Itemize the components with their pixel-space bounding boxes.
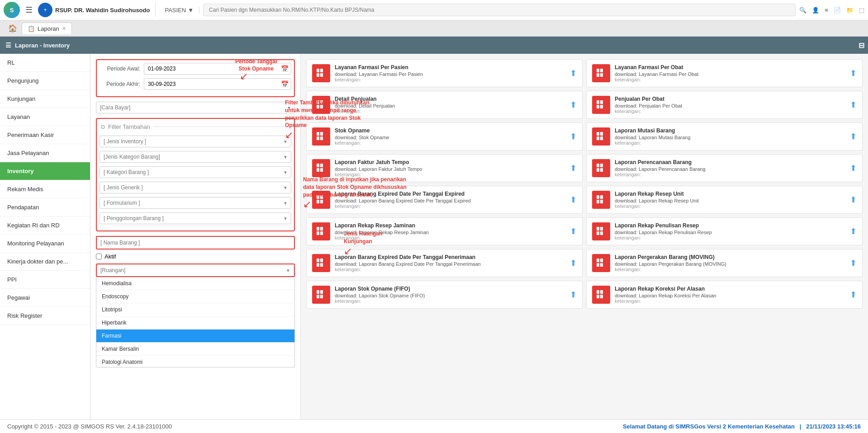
search-icon[interactable]: 🔍	[799, 7, 806, 14]
folder-icon[interactable]: 📁	[846, 7, 854, 14]
download-btn-5[interactable]: ⬆	[570, 226, 577, 236]
dropdown-item-endoscopy[interactable]: Endoscopy	[96, 290, 294, 303]
svg-rect-31	[600, 164, 603, 167]
download-btn-2[interactable]: ⬆	[570, 132, 577, 141]
dropdown-item-litotripsi[interactable]: Litotripsi	[96, 303, 294, 316]
report-keterangan-r2: keterangan:	[615, 140, 857, 146]
aktif-checkbox[interactable]	[96, 254, 102, 259]
aktif-label: Aktif	[104, 253, 116, 260]
penggolongan-select[interactable]: [ Penggolongan Barang ]	[100, 212, 291, 224]
report-icon-7	[312, 286, 330, 304]
report-keterangan-r6: keterangan:	[615, 267, 857, 272]
sidebar-item-ppi[interactable]: PPI	[0, 271, 90, 289]
sidebar-item-pengunjung[interactable]: Pengunjung	[0, 72, 90, 90]
report-icon-r6	[592, 254, 610, 272]
svg-rect-15	[600, 100, 603, 104]
svg-rect-40	[597, 200, 599, 203]
sidebar-item-layanan[interactable]: Layanan	[0, 108, 90, 126]
sidebar-item-monitoring[interactable]: Monitoring Pelayanan	[0, 235, 90, 253]
jenis-kategori-select[interactable]: [Jenis Kategori Barang]	[100, 151, 291, 163]
sidebar-item-kinerja-dokter[interactable]: Kinerja dokter dan pe...	[0, 253, 90, 271]
download-btn-1[interactable]: ⬆	[570, 100, 577, 110]
cara-bayar-select[interactable]: [Cara Bayar]	[96, 102, 295, 113]
sidebar-item-pendapatan[interactable]: Pendapatan	[0, 198, 90, 216]
download-btn-r5[interactable]: ⬆	[850, 226, 857, 236]
report-title-3: Laporan Faktur Jatuh Tempo	[335, 159, 577, 165]
report-card-perencanaan-barang: Laporan Perencanaan Barang download: Lap…	[586, 154, 863, 182]
sidebar-item-rekam-medis[interactable]: Rekam Medis	[0, 180, 90, 198]
section-header: ☰ Laporan - Inventory ⊟	[0, 37, 868, 54]
list-icon[interactable]: ≡	[825, 7, 828, 14]
download-btn-r1[interactable]: ⬆	[850, 100, 857, 110]
sidebar-item-rl[interactable]: RL	[0, 54, 90, 72]
periode-awal-input[interactable]	[144, 63, 291, 75]
tab-close-button[interactable]: ✕	[62, 26, 66, 32]
download-btn-r7[interactable]: ⬆	[850, 290, 857, 300]
nama-barang-input[interactable]	[97, 237, 294, 249]
svg-rect-56	[597, 263, 599, 267]
jenis-generik-select[interactable]: [ Jenis Generik ]	[100, 182, 291, 193]
svg-rect-32	[597, 168, 599, 172]
calendar-icon-awal[interactable]: 📅	[281, 65, 289, 72]
download-btn-6[interactable]: ⬆	[570, 258, 577, 268]
section-title: Laporan - Inventory	[15, 42, 70, 49]
dropdown-item-patologi-anatomi[interactable]: Patologi Anatomi	[96, 356, 294, 367]
svg-rect-35	[320, 195, 323, 199]
dropdown-item-hiperbarik[interactable]: Hiperbarik	[96, 316, 294, 329]
download-btn-3[interactable]: ⬆	[570, 163, 577, 173]
sidebar-item-kunjungan[interactable]: Kunjungan	[0, 90, 90, 108]
dropdown-item-hemodialisa[interactable]: Hemodialisa	[96, 277, 294, 290]
report-card-stok-opname: Stok Opname download: Stok Opname ketera…	[306, 122, 583, 151]
svg-rect-57	[600, 263, 603, 267]
kategori-barang-select[interactable]: [ Kategori Barang ]	[100, 166, 291, 178]
dropdown-item-kamar-bersalin[interactable]: Kamar Bersalin	[96, 343, 294, 356]
global-search-input[interactable]	[203, 4, 796, 16]
report-title-4: Laporan Barang Expired Date Per Tanggal …	[335, 191, 577, 197]
download-btn-r6[interactable]: ⬆	[850, 258, 857, 268]
report-info-0: Layanan Farmasi Per Pasien download: Lay…	[335, 64, 577, 82]
sidebar-item-jasa-pelayanan[interactable]: Jasa Pelayanan	[0, 144, 90, 162]
tab-laporan[interactable]: 📋 Laporan ✕	[22, 23, 72, 34]
svg-rect-44	[317, 231, 319, 235]
pasien-selector[interactable]: PASIEN ▼	[159, 7, 199, 14]
report-keterangan-4: keterangan:	[335, 203, 577, 209]
sidebar-item-penerimaan-kasir[interactable]: Penerimaan Kasir	[0, 126, 90, 144]
download-btn-r3[interactable]: ⬆	[850, 163, 857, 173]
sidebar-item-risk-register[interactable]: Risk Register	[0, 307, 90, 325]
ruangan-select[interactable]: [Ruangan]	[97, 264, 294, 276]
svg-rect-17	[600, 105, 603, 108]
download-btn-r0[interactable]: ⬆	[850, 68, 857, 78]
periode-akhir-input-wrapper: 📅	[144, 78, 291, 90]
report-icon-r4	[592, 191, 610, 209]
download-btn-7[interactable]: ⬆	[570, 290, 577, 300]
dropdown-item-farmasi[interactable]: Farmasi	[96, 329, 294, 343]
home-icon[interactable]: 🏠	[4, 21, 22, 35]
calendar-icon-akhir[interactable]: 📅	[281, 80, 289, 88]
logout-icon[interactable]: ⬚	[859, 7, 864, 14]
menu-icon[interactable]: ☰	[24, 3, 34, 17]
add-user-icon[interactable]: 👤	[812, 7, 819, 14]
ruangan-box: [Ruangan]	[96, 264, 295, 277]
sidebar-item-kegiatan-ri[interactable]: Kegiatan RI dan RD	[0, 216, 90, 235]
periode-akhir-input[interactable]	[144, 78, 291, 90]
report-icon-r2	[592, 127, 610, 146]
svg-rect-23	[600, 132, 603, 136]
report-keterangan-2: keterangan:	[335, 140, 577, 146]
report-title-r5: Laporan Rekap Penulisan Resep	[615, 222, 857, 229]
download-btn-r2[interactable]: ⬆	[850, 132, 857, 141]
download-btn-r4[interactable]: ⬆	[850, 195, 857, 205]
svg-rect-65	[600, 295, 603, 298]
download-btn-4[interactable]: ⬆	[570, 195, 577, 205]
svg-rect-29	[320, 168, 323, 172]
app-logo: S	[4, 2, 20, 18]
report-info-4: Laporan Barang Expired Date Per Tanggal …	[335, 191, 577, 209]
formularium-select[interactable]: [ Formularium ]	[100, 197, 291, 209]
report-download-r5: download: Laporan Rekap Penulisan Resep	[615, 230, 857, 235]
sidebar-item-pegawai[interactable]: Pegawai	[0, 289, 90, 307]
jenis-inventory-select[interactable]: [ Jenis Inventory ]	[100, 136, 291, 147]
download-btn-0[interactable]: ⬆	[570, 68, 577, 78]
svg-rect-3	[320, 69, 323, 72]
sidebar-item-inventory[interactable]: Inventory	[0, 162, 90, 180]
expand-icon[interactable]: ⊟	[859, 41, 864, 50]
document-icon[interactable]: 📄	[834, 7, 841, 14]
